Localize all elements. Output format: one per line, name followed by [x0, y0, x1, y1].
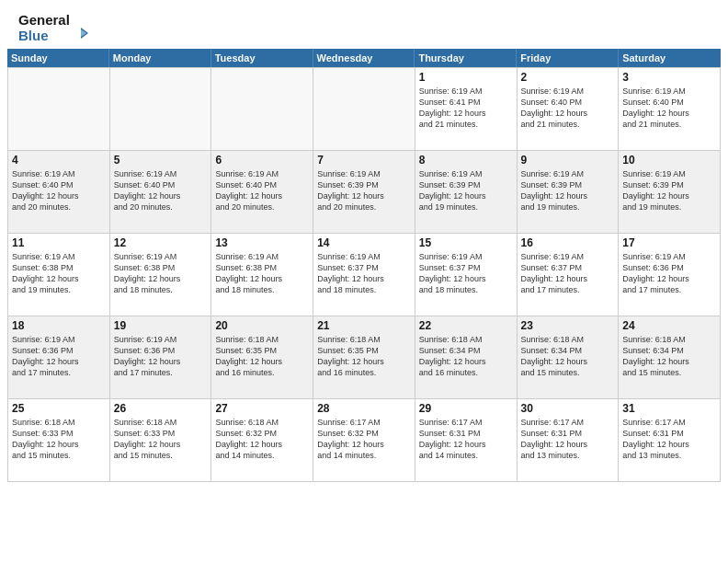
- cell-info: Sunrise: 6:19 AMSunset: 6:40 PMDaylight:…: [215, 168, 309, 213]
- cell-info: Sunrise: 6:17 AMSunset: 6:31 PMDaylight:…: [521, 417, 615, 462]
- empty-cell: [8, 68, 110, 151]
- day-cell-22: 22Sunrise: 6:18 AMSunset: 6:34 PMDayligh…: [415, 316, 518, 399]
- header-day-friday: Friday: [517, 49, 619, 67]
- day-cell-17: 17Sunrise: 6:19 AMSunset: 6:36 PMDayligh…: [619, 234, 721, 316]
- header-day-monday: Monday: [109, 49, 211, 67]
- header-day-thursday: Thursday: [415, 49, 517, 67]
- day-cell-28: 28Sunrise: 6:17 AMSunset: 6:32 PMDayligh…: [313, 399, 415, 482]
- day-cell-20: 20Sunrise: 6:18 AMSunset: 6:35 PMDayligh…: [211, 316, 313, 399]
- day-cell-6: 6Sunrise: 6:19 AMSunset: 6:40 PMDaylight…: [211, 151, 313, 234]
- calendar-row-5: 25Sunrise: 6:18 AMSunset: 6:33 PMDayligh…: [8, 399, 721, 482]
- cell-info: Sunrise: 6:19 AMSunset: 6:40 PMDaylight:…: [521, 86, 615, 131]
- day-number: 4: [12, 154, 106, 167]
- day-number: 25: [12, 402, 106, 415]
- cell-info: Sunrise: 6:19 AMSunset: 6:41 PMDaylight:…: [419, 86, 513, 131]
- day-cell-7: 7Sunrise: 6:19 AMSunset: 6:39 PMDaylight…: [313, 151, 415, 234]
- svg-text:General: General: [18, 12, 70, 28]
- day-number: 1: [419, 71, 513, 84]
- cell-info: Sunrise: 6:19 AMSunset: 6:38 PMDaylight:…: [215, 251, 309, 296]
- cell-info: Sunrise: 6:18 AMSunset: 6:33 PMDaylight:…: [114, 417, 208, 462]
- day-cell-9: 9Sunrise: 6:19 AMSunset: 6:39 PMDaylight…: [518, 151, 620, 234]
- day-number: 17: [622, 236, 716, 249]
- cell-info: Sunrise: 6:19 AMSunset: 6:39 PMDaylight:…: [521, 168, 615, 213]
- logo: General Blue: [18, 9, 101, 44]
- day-cell-19: 19Sunrise: 6:19 AMSunset: 6:36 PMDayligh…: [110, 316, 212, 399]
- cell-info: Sunrise: 6:19 AMSunset: 6:37 PMDaylight:…: [521, 251, 615, 296]
- day-cell-24: 24Sunrise: 6:18 AMSunset: 6:34 PMDayligh…: [619, 316, 721, 399]
- day-number: 31: [622, 402, 716, 415]
- day-number: 21: [317, 319, 411, 332]
- cell-info: Sunrise: 6:18 AMSunset: 6:33 PMDaylight:…: [12, 417, 106, 462]
- day-cell-3: 3Sunrise: 6:19 AMSunset: 6:40 PMDaylight…: [619, 68, 721, 151]
- calendar-body: 1Sunrise: 6:19 AMSunset: 6:41 PMDaylight…: [7, 67, 721, 482]
- calendar-header: SundayMondayTuesdayWednesdayThursdayFrid…: [7, 49, 721, 67]
- cell-info: Sunrise: 6:18 AMSunset: 6:32 PMDaylight:…: [215, 417, 309, 462]
- day-number: 26: [114, 402, 208, 415]
- cell-info: Sunrise: 6:17 AMSunset: 6:31 PMDaylight:…: [622, 417, 716, 462]
- day-cell-27: 27Sunrise: 6:18 AMSunset: 6:32 PMDayligh…: [211, 399, 313, 482]
- day-number: 6: [215, 154, 309, 167]
- cell-info: Sunrise: 6:18 AMSunset: 6:34 PMDaylight:…: [521, 334, 615, 379]
- day-number: 29: [419, 402, 513, 415]
- day-cell-18: 18Sunrise: 6:19 AMSunset: 6:36 PMDayligh…: [8, 316, 110, 399]
- day-cell-1: 1Sunrise: 6:19 AMSunset: 6:41 PMDaylight…: [415, 68, 518, 151]
- cell-info: Sunrise: 6:19 AMSunset: 6:39 PMDaylight:…: [419, 168, 513, 213]
- empty-cell: [110, 68, 212, 151]
- day-cell-13: 13Sunrise: 6:19 AMSunset: 6:38 PMDayligh…: [211, 234, 313, 316]
- header-day-tuesday: Tuesday: [211, 49, 313, 67]
- day-number: 12: [114, 236, 208, 249]
- day-cell-25: 25Sunrise: 6:18 AMSunset: 6:33 PMDayligh…: [8, 399, 110, 482]
- calendar-row-2: 4Sunrise: 6:19 AMSunset: 6:40 PMDaylight…: [8, 151, 721, 234]
- day-number: 15: [419, 236, 513, 249]
- empty-cell: [211, 68, 313, 151]
- cell-info: Sunrise: 6:18 AMSunset: 6:34 PMDaylight:…: [622, 334, 716, 379]
- header-day-sunday: Sunday: [7, 49, 109, 67]
- day-cell-23: 23Sunrise: 6:18 AMSunset: 6:34 PMDayligh…: [518, 316, 620, 399]
- day-cell-4: 4Sunrise: 6:19 AMSunset: 6:40 PMDaylight…: [8, 151, 110, 234]
- day-cell-14: 14Sunrise: 6:19 AMSunset: 6:37 PMDayligh…: [313, 234, 415, 316]
- day-number: 20: [215, 319, 309, 332]
- calendar-row-1: 1Sunrise: 6:19 AMSunset: 6:41 PMDaylight…: [8, 68, 721, 151]
- cell-info: Sunrise: 6:19 AMSunset: 6:40 PMDaylight:…: [114, 168, 208, 213]
- day-number: 3: [622, 71, 716, 84]
- day-cell-31: 31Sunrise: 6:17 AMSunset: 6:31 PMDayligh…: [619, 399, 721, 482]
- cell-info: Sunrise: 6:19 AMSunset: 6:38 PMDaylight:…: [12, 251, 106, 296]
- day-cell-29: 29Sunrise: 6:17 AMSunset: 6:31 PMDayligh…: [415, 399, 518, 482]
- day-number: 5: [114, 154, 208, 167]
- day-cell-16: 16Sunrise: 6:19 AMSunset: 6:37 PMDayligh…: [518, 234, 620, 316]
- empty-cell: [313, 68, 415, 151]
- page-container: General Blue SundayMondayTuesdayWednesda…: [0, 0, 728, 482]
- day-number: 24: [622, 319, 716, 332]
- day-number: 22: [419, 319, 513, 332]
- cell-info: Sunrise: 6:18 AMSunset: 6:35 PMDaylight:…: [215, 334, 309, 379]
- day-number: 28: [317, 402, 411, 415]
- day-number: 9: [521, 154, 615, 167]
- day-cell-8: 8Sunrise: 6:19 AMSunset: 6:39 PMDaylight…: [415, 151, 518, 234]
- cell-info: Sunrise: 6:19 AMSunset: 6:39 PMDaylight:…: [317, 168, 411, 213]
- day-number: 19: [114, 319, 208, 332]
- day-number: 7: [317, 154, 411, 167]
- cell-info: Sunrise: 6:19 AMSunset: 6:36 PMDaylight:…: [12, 334, 106, 379]
- day-number: 13: [215, 236, 309, 249]
- calendar-row-3: 11Sunrise: 6:19 AMSunset: 6:38 PMDayligh…: [8, 234, 721, 316]
- day-cell-30: 30Sunrise: 6:17 AMSunset: 6:31 PMDayligh…: [518, 399, 620, 482]
- day-cell-5: 5Sunrise: 6:19 AMSunset: 6:40 PMDaylight…: [110, 151, 212, 234]
- day-cell-15: 15Sunrise: 6:19 AMSunset: 6:37 PMDayligh…: [415, 234, 518, 316]
- calendar: SundayMondayTuesdayWednesdayThursdayFrid…: [7, 49, 721, 482]
- cell-info: Sunrise: 6:19 AMSunset: 6:36 PMDaylight:…: [622, 251, 716, 296]
- day-number: 8: [419, 154, 513, 167]
- svg-text:Blue: Blue: [18, 28, 49, 43]
- logo-svg: General Blue: [18, 9, 101, 44]
- day-number: 16: [521, 236, 615, 249]
- cell-info: Sunrise: 6:18 AMSunset: 6:35 PMDaylight:…: [317, 334, 411, 379]
- day-number: 11: [12, 236, 106, 249]
- cell-info: Sunrise: 6:19 AMSunset: 6:38 PMDaylight:…: [114, 251, 208, 296]
- cell-info: Sunrise: 6:19 AMSunset: 6:37 PMDaylight:…: [317, 251, 411, 296]
- day-number: 30: [521, 402, 615, 415]
- cell-info: Sunrise: 6:19 AMSunset: 6:40 PMDaylight:…: [12, 168, 106, 213]
- header-day-wednesday: Wednesday: [313, 49, 415, 67]
- day-cell-10: 10Sunrise: 6:19 AMSunset: 6:39 PMDayligh…: [619, 151, 721, 234]
- page-header: General Blue: [0, 0, 728, 49]
- cell-info: Sunrise: 6:19 AMSunset: 6:40 PMDaylight:…: [622, 86, 716, 131]
- cell-info: Sunrise: 6:19 AMSunset: 6:37 PMDaylight:…: [419, 251, 513, 296]
